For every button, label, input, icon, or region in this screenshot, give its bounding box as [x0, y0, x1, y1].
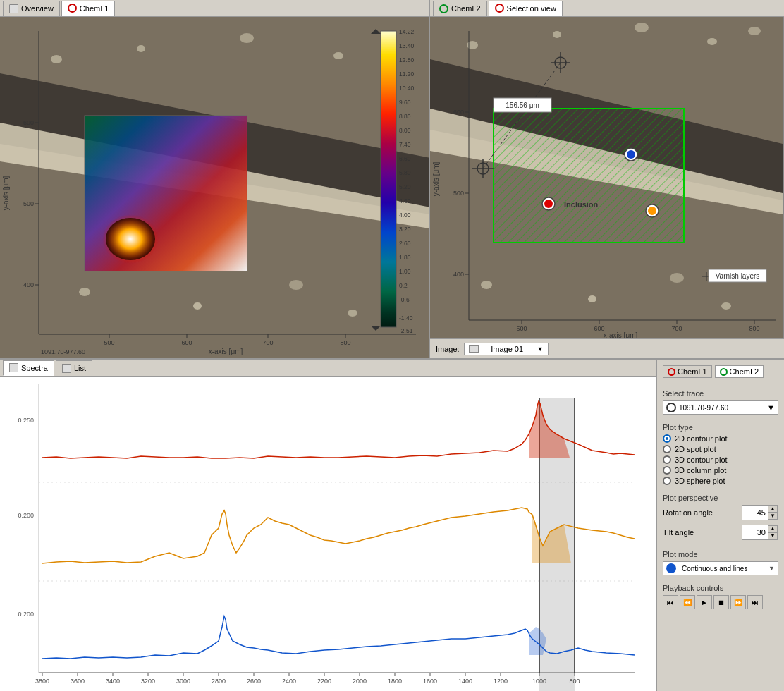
svg-text:2000: 2000: [353, 678, 367, 685]
svg-point-80: [544, 200, 553, 208]
plot-mode-dropdown[interactable]: Continuous and lines ▼: [663, 561, 778, 575]
tab-list[interactable]: List: [56, 360, 92, 376]
left-coords: 1091.70-977.60: [41, 348, 85, 355]
ctrl-tab-chem1[interactable]: ChemI 1: [663, 365, 712, 378]
rotation-angle-row: Rotation angle ▲ ▼: [663, 505, 778, 520]
pb-stop-btn[interactable]: ⏹: [713, 595, 729, 609]
right-panel: ChemI 2 Selection view: [430, 0, 784, 358]
trace-icon: [666, 403, 676, 412]
tab-selection[interactable]: Selection view: [489, 1, 563, 16]
ctrl-chem1-icon: [668, 368, 675, 376]
svg-text:700: 700: [671, 325, 682, 332]
svg-text:600: 600: [453, 109, 464, 116]
pb-last-btn[interactable]: ⏭: [747, 595, 763, 609]
tab-overview[interactable]: Overview: [3, 1, 60, 16]
svg-text:-0.6: -0.6: [399, 296, 410, 303]
radio-3d-contour[interactable]: 3D contour plot: [663, 455, 778, 464]
rotation-up-btn[interactable]: ▲: [768, 506, 778, 513]
svg-text:1.80: 1.80: [399, 254, 411, 261]
svg-text:1800: 1800: [388, 678, 402, 685]
radio-2d-contour[interactable]: 2D contour plot: [663, 434, 778, 443]
pb-first-btn[interactable]: ⏮: [663, 595, 678, 609]
tab-spectra[interactable]: Spectra: [3, 360, 54, 376]
ctrl-chem2-icon: [720, 368, 728, 376]
svg-text:500: 500: [104, 339, 114, 346]
spectra-tab-bar: Spectra List: [0, 360, 656, 377]
svg-point-3: [51, 55, 62, 63]
svg-text:2.60: 2.60: [399, 240, 411, 247]
radio-3d-sphere-circle: [663, 477, 671, 485]
tab-chem1[interactable]: ChemI 1: [61, 1, 116, 16]
controls-panel: ChemI 1 ChemI 2 Select trace 1091.70-977…: [657, 360, 784, 691]
spectra-content: 0.250 0.200 0.200: [0, 377, 656, 691]
svg-point-5: [240, 33, 254, 43]
svg-point-63: [707, 38, 717, 45]
list-icon: [62, 364, 71, 373]
svg-text:600: 600: [594, 325, 604, 332]
radio-3d-sphere[interactable]: 3D sphere plot: [663, 477, 778, 485]
svg-point-84: [648, 207, 656, 215]
tilt-angle-label: Tilt angle: [663, 528, 694, 537]
rotation-angle-input-wrap[interactable]: ▲ ▼: [742, 505, 778, 520]
svg-point-61: [553, 31, 561, 38]
select-trace-dropdown[interactable]: 1091.70-977.60 ▼: [663, 400, 778, 415]
svg-text:500: 500: [23, 200, 34, 207]
svg-text:2200: 2200: [317, 678, 331, 685]
pb-prev-btn[interactable]: ⏪: [680, 595, 695, 609]
svg-text:800: 800: [749, 325, 759, 332]
rotation-angle-input[interactable]: [742, 508, 768, 518]
svg-point-8: [79, 288, 90, 296]
svg-text:6.60: 6.60: [399, 155, 411, 162]
ctrl-chem2-label: ChemI 2: [730, 367, 759, 376]
pb-forward-btn[interactable]: ⏩: [730, 595, 746, 609]
svg-text:-2.51: -2.51: [399, 327, 413, 334]
image-label: Image:: [436, 345, 460, 353]
image-selector-dropdown[interactable]: Image 01 ▼: [464, 343, 549, 355]
varnish-label: Varnish layers: [716, 272, 760, 280]
pb-play-btn[interactable]: ►: [697, 595, 712, 609]
right-tab-bar: ChemI 2 Selection view: [430, 0, 784, 17]
playback-controls-row: ⏮ ⏪ ► ⏹ ⏩ ⏭: [663, 595, 778, 609]
tab-selection-label: Selection view: [507, 4, 556, 13]
ctrl-tab-chem2[interactable]: ChemI 2: [715, 365, 764, 378]
tab-chem2-right[interactable]: ChemI 2: [433, 1, 487, 16]
spectra-svg: 0.250 0.200 0.200: [0, 377, 649, 691]
radio-3d-column[interactable]: 3D column plot: [663, 466, 778, 475]
radio-2d-spot[interactable]: 2D spot plot: [663, 445, 778, 453]
svg-text:10.40: 10.40: [399, 85, 415, 92]
svg-text:9.60: 9.60: [399, 99, 411, 106]
radio-2d-contour-circle: [663, 434, 671, 443]
svg-text:800: 800: [340, 339, 350, 346]
spectra-panel: Spectra List 0.250: [0, 360, 657, 691]
tab-overview-label: Overview: [21, 4, 54, 13]
left-y-axis-label: y-axis [μm]: [2, 176, 10, 211]
plot-type-radio-group: 2D contour plot 2D spot plot 3D contour …: [663, 434, 778, 485]
tilt-angle-input-wrap[interactable]: ▲ ▼: [742, 525, 778, 540]
radio-2d-contour-label: 2D contour plot: [675, 434, 728, 443]
select-trace-label: Select trace: [663, 389, 778, 398]
svg-text:3400: 3400: [106, 678, 120, 685]
plot-type-label: Plot type: [663, 423, 778, 432]
svg-text:13.40: 13.40: [399, 42, 415, 49]
image-selector-value: Image 01: [491, 345, 523, 353]
svg-text:12.80: 12.80: [399, 56, 415, 63]
svg-point-9: [193, 302, 202, 310]
tilt-angle-input[interactable]: [742, 527, 768, 537]
measurement-label: 156.56 μm: [506, 102, 539, 109]
svg-point-62: [635, 23, 649, 32]
svg-text:3600: 3600: [71, 678, 85, 685]
plot-mode-value: Continuous and lines: [682, 565, 766, 573]
svg-text:400: 400: [23, 281, 34, 288]
svg-text:3800: 3800: [35, 678, 49, 685]
svg-text:500: 500: [516, 325, 527, 332]
radio-3d-column-circle: [663, 466, 671, 475]
tilt-up-btn[interactable]: ▲: [768, 525, 778, 532]
svg-text:3000: 3000: [176, 678, 190, 685]
radio-3d-sphere-label: 3D sphere plot: [675, 477, 725, 485]
tab-spectra-label: Spectra: [21, 364, 48, 372]
selection-icon: [495, 4, 504, 13]
plot-mode-group: Plot mode Continuous and lines ▼: [663, 547, 778, 575]
rotation-down-btn[interactable]: ▼: [768, 513, 778, 520]
tilt-down-btn[interactable]: ▼: [768, 532, 778, 539]
svg-text:0.250: 0.250: [18, 417, 34, 424]
